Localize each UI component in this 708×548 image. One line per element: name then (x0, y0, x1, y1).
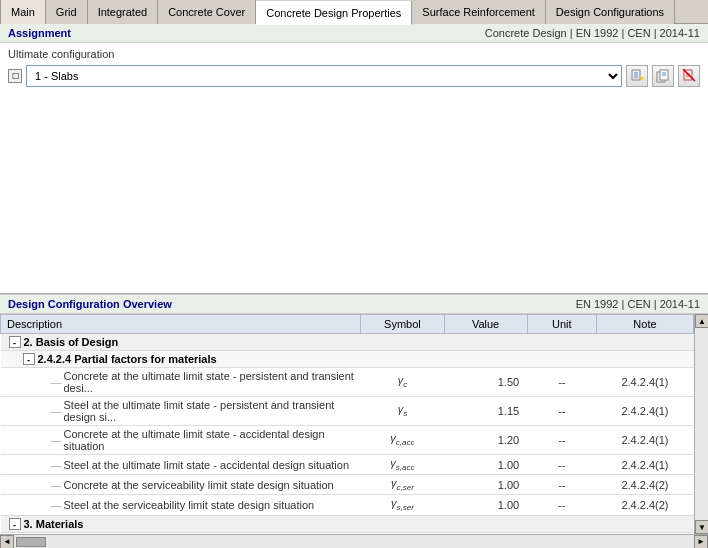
col-description: Description (1, 315, 361, 334)
vertical-scrollbar[interactable]: ▲ ▼ (694, 314, 708, 534)
delete-icon (682, 69, 696, 83)
assignment-info: Concrete Design | EN 1992 | CEN | 2014-1… (485, 27, 700, 39)
v-scrollbar-track[interactable] (695, 328, 708, 520)
overview-title: Design Configuration Overview (8, 298, 172, 310)
toggle-partial-factors[interactable]: - (23, 353, 35, 365)
tab-concrete-design-properties[interactable]: Concrete Design Properties (256, 1, 412, 25)
config-dropdown[interactable]: 1 - Slabs (26, 65, 622, 87)
tree-checkbox[interactable]: ☐ (8, 69, 22, 83)
table-container[interactable]: Description Symbol Value Unit Note - 2. … (0, 314, 694, 534)
assignment-header: Assignment Concrete Design | EN 1992 | C… (0, 24, 708, 43)
config-label: Ultimate configuration (0, 43, 708, 63)
tab-bar: Main Grid Integrated Concrete Cover Conc… (0, 0, 708, 24)
table-row: — Steel at the ultimate limit state - pe… (1, 397, 694, 426)
assignment-section: Assignment Concrete Design | EN 1992 | C… (0, 24, 708, 294)
horizontal-scrollbar[interactable]: ◄ ► (0, 534, 708, 548)
col-note: Note (596, 315, 693, 334)
copy-icon-button[interactable] (652, 65, 674, 87)
overview-header: Design Configuration Overview EN 1992 | … (0, 294, 708, 314)
overview-section: Design Configuration Overview EN 1992 | … (0, 294, 708, 548)
svg-line-12 (683, 69, 695, 81)
h-scrollbar-thumb[interactable] (16, 537, 46, 547)
tab-integrated[interactable]: Integrated (88, 0, 159, 24)
table-row: - 2.4.2.4 Partial factors for materials (1, 351, 694, 368)
table-with-scroll: Description Symbol Value Unit Note - 2. … (0, 314, 708, 534)
dropdown-row: ☐ 1 - Slabs (0, 63, 708, 89)
h-scrollbar-track[interactable] (14, 535, 694, 548)
dropdown-wrapper: 1 - Slabs (26, 65, 622, 87)
design-table: Description Symbol Value Unit Note - 2. … (0, 314, 694, 534)
new-icon (630, 69, 644, 83)
assignment-title: Assignment (8, 27, 71, 39)
delete-icon-button[interactable] (678, 65, 700, 87)
scroll-right-button[interactable]: ► (694, 535, 708, 549)
col-value: Value (444, 315, 527, 334)
table-row: — Concrete at the serviceability limit s… (1, 475, 694, 495)
tab-main[interactable]: Main (0, 0, 46, 24)
scroll-down-button[interactable]: ▼ (695, 520, 708, 534)
tab-concrete-cover[interactable]: Concrete Cover (158, 0, 256, 24)
col-symbol: Symbol (361, 315, 444, 334)
tab-design-configurations[interactable]: Design Configurations (546, 0, 675, 24)
table-row: — Steel at the serviceability limit stat… (1, 495, 694, 515)
table-row: - 3.1 Concrete (1, 532, 694, 534)
table-row: — Concrete at the ultimate limit state -… (1, 426, 694, 455)
tab-surface-reinforcement[interactable]: Surface Reinforcement (412, 0, 546, 24)
tab-grid[interactable]: Grid (46, 0, 88, 24)
table-row: - 3. Materials (1, 515, 694, 532)
col-unit: Unit (527, 315, 596, 334)
table-row: - 2. Basis of Design (1, 334, 694, 351)
table-row: — Concrete at the ultimate limit state -… (1, 368, 694, 397)
overview-info: EN 1992 | CEN | 2014-11 (576, 298, 700, 310)
toggle-basis-of-design[interactable]: - (9, 336, 21, 348)
copy-icon (656, 69, 670, 83)
scroll-up-button[interactable]: ▲ (695, 314, 708, 328)
svg-marker-4 (640, 77, 644, 81)
new-icon-button[interactable] (626, 65, 648, 87)
scroll-left-button[interactable]: ◄ (0, 535, 14, 549)
toggle-materials[interactable]: - (9, 518, 21, 530)
table-row: — Steel at the ultimate limit state - ac… (1, 455, 694, 475)
